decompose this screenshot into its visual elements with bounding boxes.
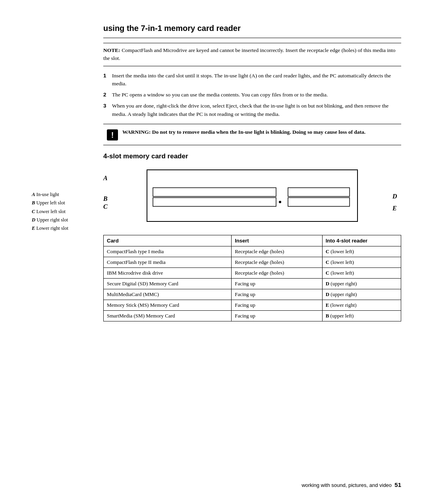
table-cell-slot: D (upper right) [322,278,401,289]
step-2-num: 2 [103,91,110,99]
table-cell-card: SmartMedia (SM) Memory Card [104,310,232,321]
warning-text: WARNING: Do not try to remove media when… [122,128,365,136]
legend-item-e: E Lower right slot [32,224,103,233]
table-cell-insert: Facing up [232,289,323,300]
diagram-svg [114,166,390,227]
diagram-label-d: D [392,193,401,200]
table-row: MultiMediaCard (MMC)Facing upD (upper ri… [104,289,401,300]
table-cell-insert: Receptacle edge (holes) [232,246,323,257]
table-header-row: Card Insert Into 4-slot reader [104,235,401,246]
table-row: CompactFlash type II mediaReceptacle edg… [104,257,401,267]
note-text: CompactFlash and Microdrive are keyed an… [103,47,395,61]
svg-text:!: ! [111,131,114,139]
legend-item-d: D Upper right slot [32,216,103,224]
svg-rect-7 [288,198,350,206]
table-cell-slot: B (upper left) [322,310,401,321]
table-cell-card: IBM Microdrive disk drive [104,267,232,278]
table-row: Memory Stick (MS) Memory CardFacing upE … [104,300,401,310]
left-legend: A In-use light B Upper left slot C Lower… [0,24,103,480]
table-cell-card: MultiMediaCard (MMC) [104,289,232,300]
table-cell-slot: C (lower left) [322,246,401,257]
table-cell-insert: Facing up [232,278,323,289]
col-header-card: Card [104,235,232,246]
warning-icon: ! [106,129,118,141]
svg-rect-6 [288,188,350,196]
table-cell-insert: Receptacle edge (holes) [232,267,323,278]
legend-item-a: A In-use light [32,190,103,199]
step-3-num: 3 [103,102,110,110]
page-number: 51 [394,481,401,488]
col-header-insert: Insert [232,235,323,246]
table-row: SmartMedia (SM) Memory CardFacing upB (u… [104,310,401,321]
col-header-slot: Into 4-slot reader [322,235,401,246]
table-cell-insert: Receptacle edge (holes) [232,257,323,267]
table-cell-card: Memory Stick (MS) Memory Card [104,300,232,310]
title-divider [103,38,401,38]
warning-strong: WARNING: Do not try to remove media when… [122,129,365,135]
table-row: IBM Microdrive disk driveReceptacle edge… [104,267,401,278]
step-2: 2 The PC opens a window so you can use t… [103,91,401,99]
svg-point-5 [279,201,281,203]
page-title: using the 7-in-1 memory card reader [103,24,401,33]
table-cell-card: CompactFlash type II media [104,257,232,267]
diagram-label-e: E [392,205,401,212]
table-cell-slot: C (lower left) [322,257,401,267]
svg-rect-3 [153,188,276,196]
footer-text: working with sound, pictures, and video [301,482,392,488]
table-cell-slot: D (upper right) [322,289,401,300]
step-3-text: When you are done, right-click the drive… [112,102,401,118]
diagram-label-b: B [103,195,111,202]
note-box: NOTE: CompactFlash and Microdrive are ke… [103,43,401,66]
step-1-text: Insert the media into the card slot unti… [112,72,401,88]
warning-box: ! WARNING: Do not try to remove media wh… [103,124,401,145]
legend-item-b: B Upper left slot [32,199,103,207]
diagram-label-a: A [103,175,111,182]
table-row: CompactFlash type I mediaReceptacle edge… [104,246,401,257]
svg-rect-2 [147,170,358,221]
note-label: NOTE: [103,47,120,53]
diagram-labels-left: A B C [103,166,114,227]
step-2-text: The PC opens a window so you can use the… [112,91,401,99]
page-footer: working with sound, pictures, and video … [301,481,401,488]
table-cell-card: CompactFlash type I media [104,246,232,257]
step-3: 3 When you are done, right-click the dri… [103,102,401,118]
diagram-area: A B C [103,166,401,227]
table-cell-card: Secure Digital (SD) Memory Card [104,278,232,289]
card-table: Card Insert Into 4-slot reader CompactFl… [103,235,401,321]
section-subtitle: 4-slot memory card reader [103,152,401,160]
diagram-label-c: C [103,203,111,210]
step-1-num: 1 [103,72,110,80]
legend-item-c: C Lower left slot [32,208,103,216]
table-cell-slot: C (lower left) [322,267,401,278]
table-row: Secure Digital (SD) Memory CardFacing up… [104,278,401,289]
steps-list: 1 Insert the media into the card slot un… [103,72,401,118]
step-1: 1 Insert the media into the card slot un… [103,72,401,88]
main-content: using the 7-in-1 memory card reader NOTE… [103,24,429,480]
diagram-labels-right: D E [390,166,401,227]
table-cell-slot: E (lower right) [322,300,401,310]
table-cell-insert: Facing up [232,310,323,321]
svg-rect-4 [153,198,276,206]
table-cell-insert: Facing up [232,300,323,310]
